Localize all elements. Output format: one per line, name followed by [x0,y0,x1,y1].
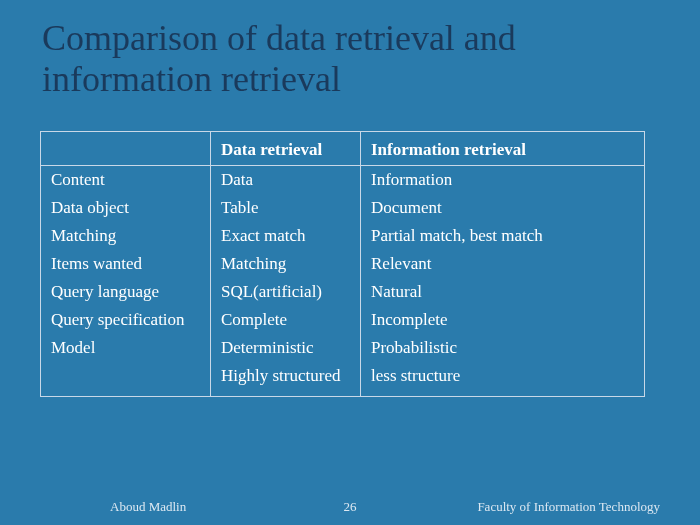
table-row: Content Data Information [41,165,645,194]
cell: Partial match, best match [361,222,645,250]
cell: less structure [361,362,645,397]
cell: Query specification [41,306,211,334]
header-cell [41,131,211,165]
cell: Information [361,165,645,194]
cell: Query language [41,278,211,306]
header-cell: Information retrieval [361,131,645,165]
cell: Data [211,165,361,194]
slide-title: Comparison of data retrieval and informa… [0,0,700,111]
cell: Highly structured [211,362,361,397]
cell: Matching [211,250,361,278]
footer-affiliation: Faculty of Information Technology [477,499,660,515]
cell: Relevant [361,250,645,278]
cell: Natural [361,278,645,306]
table-row: Query language SQL(artificial) Natural [41,278,645,306]
table-row: Matching Exact match Partial match, best… [41,222,645,250]
footer-page-number: 26 [344,499,357,515]
cell: Table [211,194,361,222]
cell: SQL(artificial) [211,278,361,306]
table-row: Highly structured less structure [41,362,645,397]
cell: Incomplete [361,306,645,334]
comparison-table: Data retrieval Information retrieval Con… [40,131,645,397]
cell: Model [41,334,211,362]
cell: Complete [211,306,361,334]
cell [41,362,211,397]
comparison-table-container: Data retrieval Information retrieval Con… [40,131,660,397]
header-cell: Data retrieval [211,131,361,165]
cell: Document [361,194,645,222]
table-header-row: Data retrieval Information retrieval [41,131,645,165]
cell: Matching [41,222,211,250]
cell: Probabilistic [361,334,645,362]
table-row: Data object Table Document [41,194,645,222]
table-row: Items wanted Matching Relevant [41,250,645,278]
cell: Data object [41,194,211,222]
table-row: Query specification Complete Incomplete [41,306,645,334]
table-row: Model Deterministic Probabilistic [41,334,645,362]
cell: Items wanted [41,250,211,278]
cell: Exact match [211,222,361,250]
cell: Deterministic [211,334,361,362]
footer: Aboud Madlin 26 Faculty of Information T… [0,499,700,515]
cell: Content [41,165,211,194]
footer-author: Aboud Madlin [110,499,186,515]
